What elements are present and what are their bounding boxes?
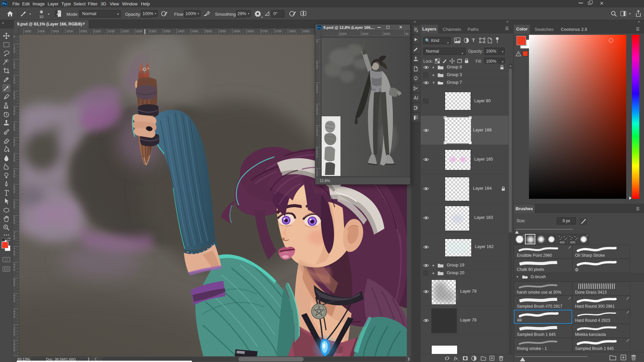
svg-text:fx: fx bbox=[454, 356, 458, 361]
